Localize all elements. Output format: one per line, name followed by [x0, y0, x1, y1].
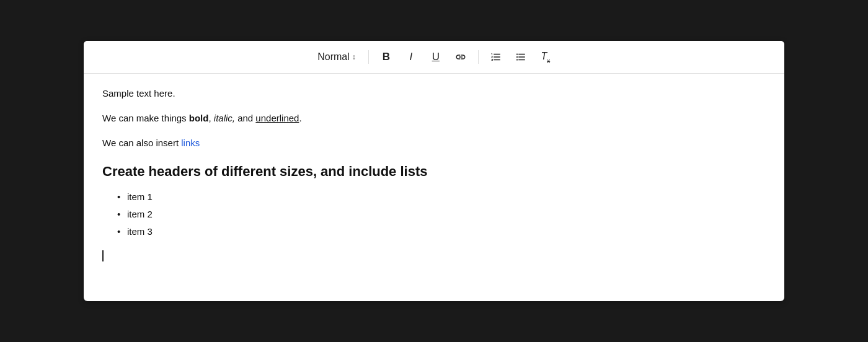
editor-body[interactable]: Sample text here. We can make things bol…: [84, 74, 784, 301]
unordered-list-button[interactable]: [511, 47, 531, 67]
underline-text: underlined: [255, 113, 299, 123]
list-item: item 2: [127, 207, 766, 222]
list-item: item 1: [127, 190, 766, 204]
rich-text-editor: Normal ↕ B I U: [84, 41, 784, 301]
text-cursor: [102, 250, 104, 261]
unordered-list-icon: [515, 51, 526, 63]
italic-button[interactable]: I: [401, 47, 421, 67]
underline-button[interactable]: U: [426, 47, 446, 67]
italic-text: italic,: [214, 113, 235, 123]
link-button[interactable]: [451, 47, 471, 67]
paragraph-3: We can also insert links: [102, 136, 766, 151]
bold-button[interactable]: B: [376, 47, 396, 67]
toolbar-divider-1: [368, 50, 369, 64]
editor-toolbar: Normal ↕ B I U: [84, 41, 784, 74]
bold-text: bold: [189, 113, 209, 123]
ordered-list-button[interactable]: [486, 47, 506, 67]
paragraph-1: Sample text here.: [102, 86, 766, 101]
bullet-list: item 1 item 2 item 3: [127, 190, 766, 239]
clear-format-button[interactable]: Tx: [536, 47, 556, 67]
clear-format-icon: Tx: [541, 51, 550, 63]
editor-heading: Create headers of different sizes, and i…: [102, 160, 766, 182]
list-item: item 3: [127, 224, 766, 239]
format-select-label: Normal: [317, 51, 350, 63]
cursor-line: [102, 249, 766, 263]
format-select[interactable]: Normal ↕: [312, 49, 361, 65]
link-icon: [455, 51, 466, 63]
paragraph-2: We can make things bold, italic, and und…: [102, 111, 766, 126]
links-link[interactable]: links: [181, 138, 200, 148]
format-select-chevron-icon: ↕: [352, 53, 356, 61]
ordered-list-icon: [490, 51, 502, 63]
toolbar-divider-2: [478, 50, 479, 64]
